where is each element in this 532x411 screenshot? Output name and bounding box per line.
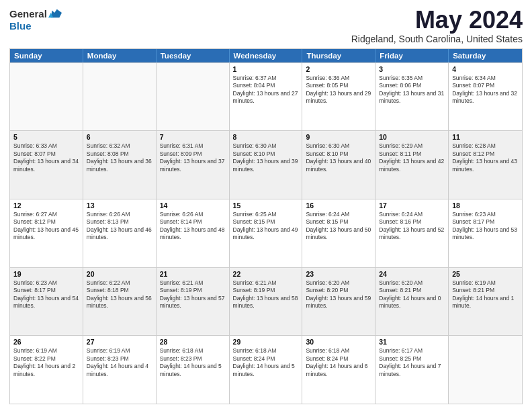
day-number: 22 — [233, 270, 299, 278]
day-info: Sunrise: 6:19 AM Sunset: 8:23 PM Dayligh… — [87, 347, 152, 378]
calendar-cell: 28Sunrise: 6:18 AM Sunset: 8:23 PM Dayli… — [157, 336, 230, 404]
day-info: Sunrise: 6:28 AM Sunset: 8:12 PM Dayligh… — [452, 142, 519, 173]
day-number: 18 — [452, 201, 519, 210]
day-info: Sunrise: 6:18 AM Sunset: 8:23 PM Dayligh… — [160, 347, 226, 378]
day-info: Sunrise: 6:19 AM Sunset: 8:22 PM Dayligh… — [13, 347, 79, 378]
day-info: Sunrise: 6:18 AM Sunset: 8:24 PM Dayligh… — [306, 347, 371, 378]
day-info: Sunrise: 6:30 AM Sunset: 8:10 PM Dayligh… — [233, 142, 299, 173]
day-info: Sunrise: 6:20 AM Sunset: 8:21 PM Dayligh… — [379, 279, 445, 310]
day-number: 23 — [306, 270, 371, 278]
calendar-cell: 11Sunrise: 6:28 AM Sunset: 8:12 PM Dayli… — [449, 131, 522, 199]
day-info: Sunrise: 6:34 AM Sunset: 8:07 PM Dayligh… — [452, 75, 519, 105]
day-info: Sunrise: 6:23 AM Sunset: 8:17 PM Dayligh… — [452, 211, 519, 242]
logo-blue-text: Blue — [9, 20, 32, 32]
calendar-cell: 12Sunrise: 6:27 AM Sunset: 8:12 PM Dayli… — [10, 199, 83, 267]
calendar-cell: 7Sunrise: 6:31 AM Sunset: 8:09 PM Daylig… — [157, 131, 230, 199]
calendar-cell: 17Sunrise: 6:24 AM Sunset: 8:16 PM Dayli… — [375, 199, 449, 267]
header: General Blue May 2024 Ridgeland, South C… — [9, 7, 523, 44]
day-number: 4 — [452, 65, 519, 73]
day-number: 30 — [306, 338, 371, 346]
calendar-cell: 29Sunrise: 6:18 AM Sunset: 8:24 PM Dayli… — [230, 336, 303, 404]
calendar-header-day-sunday: Sunday — [10, 49, 83, 62]
day-number: 25 — [452, 270, 519, 278]
day-number: 29 — [233, 338, 299, 346]
calendar-cell: 9Sunrise: 6:30 AM Sunset: 8:10 PM Daylig… — [302, 131, 375, 199]
calendar-cell: 31Sunrise: 6:17 AM Sunset: 8:25 PM Dayli… — [375, 336, 449, 404]
calendar-cell: 25Sunrise: 6:19 AM Sunset: 8:21 PM Dayli… — [449, 268, 522, 336]
day-info: Sunrise: 6:33 AM Sunset: 8:07 PM Dayligh… — [13, 142, 79, 173]
calendar-cell: 2Sunrise: 6:36 AM Sunset: 8:05 PM Daylig… — [302, 63, 375, 131]
calendar-header-day-monday: Monday — [83, 49, 157, 62]
calendar-cell: 3Sunrise: 6:35 AM Sunset: 8:06 PM Daylig… — [375, 63, 449, 131]
logo: General Blue — [9, 7, 62, 32]
month-title: May 2024 — [351, 7, 523, 34]
calendar-cell: 27Sunrise: 6:19 AM Sunset: 8:23 PM Dayli… — [83, 336, 157, 404]
day-info: Sunrise: 6:27 AM Sunset: 8:12 PM Dayligh… — [13, 211, 79, 242]
calendar-week-3: 12Sunrise: 6:27 AM Sunset: 8:12 PM Dayli… — [10, 199, 522, 267]
location-title: Ridgeland, South Carolina, United States — [351, 34, 523, 44]
day-number: 13 — [87, 201, 152, 210]
day-number: 31 — [379, 338, 445, 346]
calendar-cell: 4Sunrise: 6:34 AM Sunset: 8:07 PM Daylig… — [449, 63, 522, 131]
day-number: 17 — [379, 201, 445, 210]
calendar-cell: 18Sunrise: 6:23 AM Sunset: 8:17 PM Dayli… — [449, 199, 522, 267]
calendar-cell: 15Sunrise: 6:25 AM Sunset: 8:15 PM Dayli… — [230, 199, 303, 267]
day-number: 15 — [233, 201, 299, 210]
day-number: 21 — [160, 270, 226, 278]
day-info: Sunrise: 6:31 AM Sunset: 8:09 PM Dayligh… — [160, 142, 226, 173]
day-number: 5 — [13, 133, 79, 141]
day-number: 27 — [87, 338, 152, 346]
calendar-cell: 10Sunrise: 6:29 AM Sunset: 8:11 PM Dayli… — [375, 131, 449, 199]
day-number: 14 — [160, 201, 226, 210]
calendar: SundayMondayTuesdayWednesdayThursdayFrid… — [9, 48, 523, 404]
day-info: Sunrise: 6:22 AM Sunset: 8:18 PM Dayligh… — [87, 279, 152, 310]
calendar-cell: 21Sunrise: 6:21 AM Sunset: 8:19 PM Dayli… — [157, 268, 230, 336]
calendar-cell: 6Sunrise: 6:32 AM Sunset: 8:08 PM Daylig… — [83, 131, 157, 199]
calendar-header-day-saturday: Saturday — [449, 49, 522, 62]
day-number: 2 — [306, 65, 371, 73]
day-number: 9 — [306, 133, 371, 141]
day-info: Sunrise: 6:23 AM Sunset: 8:17 PM Dayligh… — [13, 279, 79, 310]
day-info: Sunrise: 6:26 AM Sunset: 8:14 PM Dayligh… — [160, 211, 226, 242]
calendar-cell: 13Sunrise: 6:26 AM Sunset: 8:13 PM Dayli… — [83, 199, 157, 267]
day-info: Sunrise: 6:25 AM Sunset: 8:15 PM Dayligh… — [233, 211, 299, 242]
day-info: Sunrise: 6:32 AM Sunset: 8:08 PM Dayligh… — [87, 142, 152, 173]
calendar-header-day-tuesday: Tuesday — [157, 49, 230, 62]
day-info: Sunrise: 6:21 AM Sunset: 8:19 PM Dayligh… — [233, 279, 299, 310]
day-number: 10 — [379, 133, 445, 141]
calendar-cell: 20Sunrise: 6:22 AM Sunset: 8:18 PM Dayli… — [83, 268, 157, 336]
day-number: 19 — [13, 270, 79, 278]
calendar-header-row: SundayMondayTuesdayWednesdayThursdayFrid… — [10, 49, 522, 62]
calendar-cell: 5Sunrise: 6:33 AM Sunset: 8:07 PM Daylig… — [10, 131, 83, 199]
calendar-cell: 14Sunrise: 6:26 AM Sunset: 8:14 PM Dayli… — [157, 199, 230, 267]
calendar-body: 1Sunrise: 6:37 AM Sunset: 8:04 PM Daylig… — [10, 62, 522, 404]
day-info: Sunrise: 6:21 AM Sunset: 8:19 PM Dayligh… — [160, 279, 226, 310]
calendar-cell: 8Sunrise: 6:30 AM Sunset: 8:10 PM Daylig… — [230, 131, 303, 199]
calendar-cell: 19Sunrise: 6:23 AM Sunset: 8:17 PM Dayli… — [10, 268, 83, 336]
calendar-cell: 23Sunrise: 6:20 AM Sunset: 8:20 PM Dayli… — [302, 268, 375, 336]
calendar-cell — [449, 336, 522, 404]
calendar-cell: 30Sunrise: 6:18 AM Sunset: 8:24 PM Dayli… — [302, 336, 375, 404]
calendar-header-day-friday: Friday — [375, 49, 449, 62]
day-number: 11 — [452, 133, 519, 141]
day-number: 26 — [13, 338, 79, 346]
day-info: Sunrise: 6:18 AM Sunset: 8:24 PM Dayligh… — [233, 347, 299, 378]
day-info: Sunrise: 6:17 AM Sunset: 8:25 PM Dayligh… — [379, 347, 445, 378]
day-number: 24 — [379, 270, 445, 278]
calendar-week-5: 26Sunrise: 6:19 AM Sunset: 8:22 PM Dayli… — [10, 335, 522, 404]
day-number: 20 — [87, 270, 152, 278]
day-number: 7 — [160, 133, 226, 141]
day-info: Sunrise: 6:36 AM Sunset: 8:05 PM Dayligh… — [306, 75, 371, 105]
day-number: 1 — [233, 65, 299, 73]
day-info: Sunrise: 6:35 AM Sunset: 8:06 PM Dayligh… — [379, 75, 445, 105]
day-number: 6 — [87, 133, 152, 141]
day-info: Sunrise: 6:26 AM Sunset: 8:13 PM Dayligh… — [87, 211, 152, 242]
day-info: Sunrise: 6:24 AM Sunset: 8:16 PM Dayligh… — [379, 211, 445, 242]
day-number: 28 — [160, 338, 226, 346]
day-number: 8 — [233, 133, 299, 141]
calendar-week-4: 19Sunrise: 6:23 AM Sunset: 8:17 PM Dayli… — [10, 267, 522, 336]
day-info: Sunrise: 6:37 AM Sunset: 8:04 PM Dayligh… — [233, 75, 299, 105]
calendar-cell: 24Sunrise: 6:20 AM Sunset: 8:21 PM Dayli… — [375, 268, 449, 336]
header-right: May 2024 Ridgeland, South Carolina, Unit… — [351, 7, 523, 44]
calendar-week-2: 5Sunrise: 6:33 AM Sunset: 8:07 PM Daylig… — [10, 130, 522, 199]
